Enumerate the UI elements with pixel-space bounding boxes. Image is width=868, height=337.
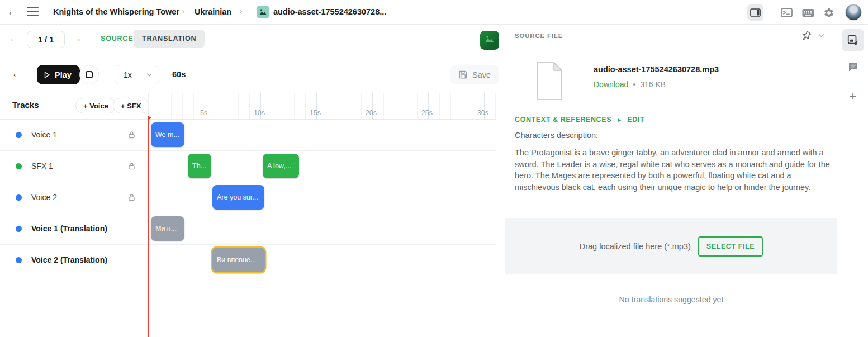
save-label: Save xyxy=(472,70,491,79)
ruler-tick xyxy=(439,93,440,119)
ruler-tick xyxy=(283,93,283,119)
edit-link[interactable]: EDIT xyxy=(627,116,644,124)
ruler-tick xyxy=(350,93,350,119)
timeline-clip[interactable]: Ми п... xyxy=(151,216,184,241)
editor-area: ← 1 / 1 ← SOURCE TRANSLATION ← Play 1x 6… xyxy=(0,25,505,337)
ruler-tick xyxy=(417,93,418,119)
timeline-clip[interactable]: Are you sur... xyxy=(212,185,264,210)
add-sfx-button[interactable]: + SFX xyxy=(113,98,149,113)
ruler-tick xyxy=(294,93,295,119)
breadcrumb-asset[interactable]: audio-asset-1755242630728... xyxy=(273,7,386,16)
source-file-panel: SOURCE FILE audio-asset-1755242630728.mp… xyxy=(505,25,837,337)
ruler-tick xyxy=(216,93,216,119)
ruler-tick xyxy=(182,93,183,119)
file-meta: Download • 316 KB xyxy=(594,80,666,89)
ruler-tick xyxy=(171,93,172,119)
track-list: Voice 1SFX 1Voice 2Voice 1 (Translation)… xyxy=(0,119,148,276)
timeline-clips: We m...Th...A low,...Are you sur...Ми п.… xyxy=(148,119,496,337)
ruler-tick xyxy=(272,93,272,119)
pin-icon[interactable] xyxy=(798,28,814,44)
tracks-title: Tracks xyxy=(12,100,39,110)
timeline-ruler[interactable]: 5s10s15s20s25s30s xyxy=(148,93,496,119)
asset-thumbnail[interactable] xyxy=(480,31,499,50)
ruler-label: 20s xyxy=(366,109,377,117)
timeline-duration: 60s xyxy=(172,70,186,79)
save-icon xyxy=(458,70,468,79)
lock-icon xyxy=(127,193,136,202)
back-icon[interactable]: ← xyxy=(7,5,18,18)
menu-icon[interactable] xyxy=(27,7,39,18)
page-next-icon[interactable]: ← xyxy=(72,32,82,45)
playhead[interactable] xyxy=(148,116,149,337)
ruler-label: 10s xyxy=(254,109,265,117)
asset-image-icon xyxy=(257,6,269,18)
keyboard-icon[interactable] xyxy=(800,4,816,21)
app-root: ← Knights of the Whispering Tower › Ukra… xyxy=(0,0,868,337)
ruler-tick xyxy=(160,93,160,119)
track-name: Voice 2 xyxy=(31,193,127,202)
ruler-tick xyxy=(305,93,306,119)
media-file-panel-icon[interactable] xyxy=(842,29,864,51)
description-label: Characters description: xyxy=(515,131,598,140)
breadcrumb-language[interactable]: Ukrainian xyxy=(195,7,231,16)
ruler-tick xyxy=(462,93,462,119)
ruler-label: 5s xyxy=(200,109,207,117)
lock-icon xyxy=(127,162,136,170)
tab-translation[interactable]: TRANSLATION xyxy=(134,30,205,48)
breadcrumb-project[interactable]: Knights of the Whispering Tower xyxy=(53,7,179,16)
file-document-icon xyxy=(533,61,565,103)
save-button[interactable]: Save xyxy=(450,65,499,84)
panel-title: SOURCE FILE xyxy=(515,32,563,39)
play-button[interactable]: Play xyxy=(37,65,80,84)
toggle-panel-button[interactable] xyxy=(747,4,763,21)
terminal-icon[interactable] xyxy=(779,4,795,21)
player-back-icon[interactable]: ← xyxy=(11,67,22,80)
track-row[interactable]: Voice 1 xyxy=(0,119,148,150)
chevron-right-icon: › xyxy=(182,6,185,17)
add-panel-icon[interactable]: + xyxy=(837,85,868,107)
timeline-clip[interactable]: Ви впевне... xyxy=(212,248,265,272)
stop-button[interactable] xyxy=(79,65,99,84)
no-translations-message: No translations suggested yet xyxy=(505,295,837,304)
ruler-label: 15s xyxy=(310,109,321,117)
ruler-tick xyxy=(193,93,194,119)
comments-panel-icon[interactable] xyxy=(842,56,864,78)
settings-gear-icon[interactable] xyxy=(820,4,837,21)
select-file-button[interactable]: SELECT FILE xyxy=(698,236,763,257)
track-name: Voice 2 (Translation) xyxy=(31,255,136,264)
side-icon-strip: + xyxy=(837,25,868,337)
track-name: SFX 1 xyxy=(31,162,127,170)
context-references-link[interactable]: CONTEXT & REFERENCES xyxy=(515,116,611,124)
file-size: 316 KB xyxy=(640,80,666,89)
playhead-cap xyxy=(148,116,151,120)
timeline-clip[interactable]: A low,... xyxy=(263,154,299,178)
tab-source[interactable]: SOURCE xyxy=(101,35,133,42)
track-name: Voice 1 (Translation) xyxy=(31,224,136,233)
track-row[interactable]: Voice 1 (Translation) xyxy=(0,213,148,244)
track-color-dot xyxy=(16,226,22,232)
page-indicator: 1 / 1 xyxy=(27,31,65,48)
ruler-tick xyxy=(249,93,250,119)
timeline-clip[interactable]: Th... xyxy=(188,154,211,178)
ruler-tick xyxy=(406,93,406,119)
localized-file-dropzone[interactable]: Drag localized file here (*.mp3) SELECT … xyxy=(505,218,837,274)
ruler-tick xyxy=(361,93,362,119)
chevron-down-icon[interactable] xyxy=(817,31,826,42)
track-row[interactable]: SFX 1 xyxy=(0,150,148,182)
timeline-clip[interactable]: We m... xyxy=(151,122,184,147)
ruler-label: 30s xyxy=(477,109,488,117)
track-color-dot xyxy=(16,257,22,263)
top-bar: ← Knights of the Whispering Tower › Ukra… xyxy=(0,0,868,25)
page-prev-icon[interactable]: ← xyxy=(8,32,19,45)
track-row[interactable]: Voice 2 (Translation) xyxy=(0,244,148,276)
track-row[interactable]: Voice 2 xyxy=(0,182,148,213)
lock-icon xyxy=(127,131,136,139)
ruler-tick xyxy=(450,93,451,119)
playback-speed-select[interactable]: 1x xyxy=(115,65,159,84)
download-link[interactable]: Download xyxy=(594,80,628,89)
add-voice-button[interactable]: + Voice xyxy=(75,98,116,113)
user-avatar[interactable] xyxy=(845,4,862,21)
track-color-dot xyxy=(16,132,22,138)
chevron-right-icon: ▸ xyxy=(618,116,621,124)
ruler-tick xyxy=(238,93,239,119)
